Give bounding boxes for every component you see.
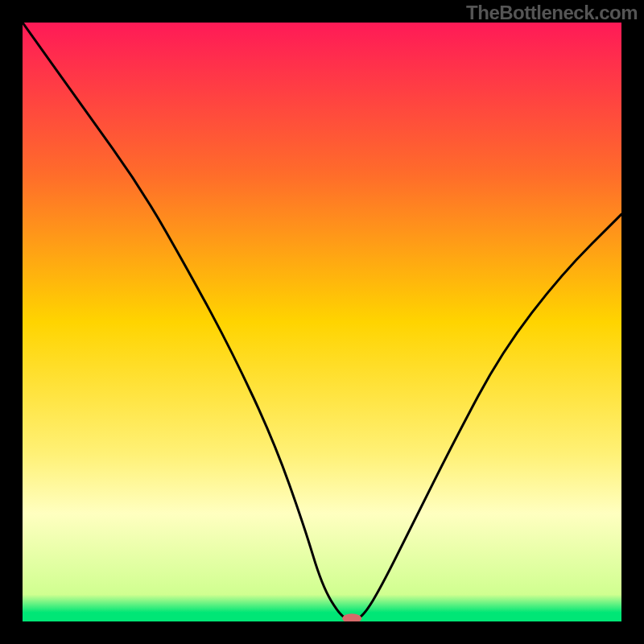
plot-area (23, 23, 621, 621)
chart-svg (23, 23, 621, 621)
chart-container: TheBottleneck.com (0, 0, 644, 644)
gradient-background (23, 23, 621, 621)
watermark-text: TheBottleneck.com (466, 2, 638, 24)
